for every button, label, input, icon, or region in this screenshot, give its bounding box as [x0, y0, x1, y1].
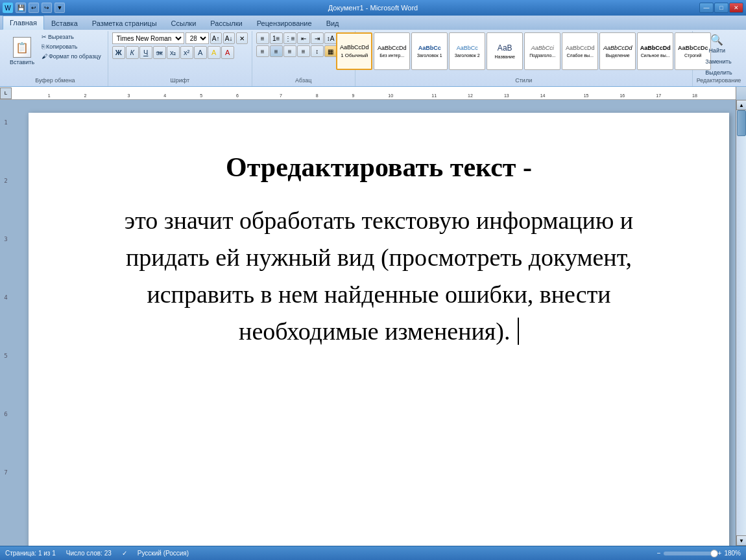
style-strong-emphasis[interactable]: AaBbCcDd Сильное вы...	[637, 32, 673, 70]
font-size-select[interactable]: 28	[186, 32, 209, 44]
style-heading2[interactable]: AaBbCc Заголовок 2	[449, 32, 485, 70]
spell-check-icon: ✓	[122, 550, 127, 557]
justify-button[interactable]: ≡	[297, 45, 310, 57]
font-color-button[interactable]: A	[221, 46, 234, 59]
ruler-tick: 1	[48, 93, 51, 98]
ruler-tick: 4	[163, 93, 166, 98]
line-spacing-button[interactable]: ↕	[311, 45, 324, 57]
ruler-corner[interactable]: L	[0, 88, 12, 99]
ruler-tick: 18	[692, 93, 697, 98]
tab-view[interactable]: Вид	[319, 16, 346, 30]
bullets-button[interactable]: ≡	[256, 32, 269, 44]
increase-indent-button[interactable]: ⇥	[311, 32, 324, 44]
document-area: Отредактировать текст - это значит обраб…	[12, 100, 746, 546]
document-body-text: это значит обработать текстовую информац…	[125, 207, 633, 345]
vertical-scrollbar[interactable]: ▲ ▼	[736, 100, 746, 546]
status-left: Страница: 1 из 1 Число слов: 23 ✓ Русски…	[5, 550, 189, 557]
shrink-font-button[interactable]: A↓	[223, 32, 235, 44]
text-effects-button[interactable]: A	[194, 46, 207, 59]
scroll-down-button[interactable]: ▼	[736, 535, 746, 546]
select-button[interactable]: Выделить	[703, 68, 735, 77]
paste-button[interactable]: 📋 Вставить	[6, 32, 38, 70]
scroll-up-button[interactable]: ▲	[736, 100, 746, 110]
ruler-tick: 3	[128, 93, 130, 98]
maximize-button[interactable]: □	[714, 3, 728, 13]
tab-page-layout[interactable]: Разметка страницы	[85, 16, 164, 30]
tab-mailings[interactable]: Рассылки	[203, 16, 249, 30]
app-icon: W	[3, 3, 13, 13]
quick-redo[interactable]: ↪	[42, 3, 52, 13]
quick-save[interactable]: 💾	[16, 3, 26, 13]
subscript-button[interactable]: х₂	[167, 46, 180, 59]
scroll-thumb[interactable]	[737, 110, 746, 136]
multilevel-list-button[interactable]: ⋮≡	[283, 32, 296, 44]
find-button[interactable]: 🔍 Найти	[703, 32, 731, 55]
ruler-tick: 16	[620, 93, 625, 98]
italic-button[interactable]: К	[126, 46, 139, 59]
tab-home[interactable]: Главная	[3, 16, 44, 30]
margin-num: 5	[4, 353, 7, 359]
bold-button[interactable]: Ж	[112, 46, 125, 59]
window-title: Документ1 - Microsoft Word	[328, 4, 418, 12]
clipboard-group: 📋 Вставить ✂ Вырезать ⎘ Копировать 🖌 Фор…	[3, 31, 108, 86]
editing-group: 🔍 Найти Заменить Выделить Редактирование	[693, 31, 745, 86]
paste-label: Вставить	[10, 59, 34, 65]
style-subtle-emphasis[interactable]: AaBbCcDd Слабое вы...	[562, 32, 598, 70]
style-no-spacing[interactable]: AaBbCcDd Без интер...	[374, 32, 410, 70]
sort-button[interactable]: ↕A	[324, 32, 337, 44]
align-right-button[interactable]: ≡	[283, 45, 296, 57]
quick-dropdown[interactable]: ▼	[54, 3, 65, 13]
zoom-controls: − + 180%	[657, 550, 741, 557]
document-page[interactable]: Отредактировать текст - это значит обраб…	[29, 113, 729, 546]
style-emphasis[interactable]: AaBbCcDd Выделение	[599, 32, 636, 70]
highlight-button[interactable]: A	[208, 46, 221, 59]
editing-label: Редактирование	[697, 77, 741, 85]
format-painter-icon: 🖌	[42, 53, 47, 60]
cut-label: Вырезать	[48, 34, 74, 40]
tab-references[interactable]: Ссылки	[164, 16, 204, 30]
clipboard-small-buttons: ✂ Вырезать ⎘ Копировать 🖌 Формат по обра…	[39, 32, 104, 61]
document-title[interactable]: Отредактировать текст -	[93, 152, 664, 183]
superscript-button[interactable]: х²	[180, 46, 193, 59]
quick-undo[interactable]: ↩	[29, 3, 39, 13]
close-button[interactable]: ✕	[729, 3, 743, 13]
strikethrough-button[interactable]: зк	[153, 46, 166, 59]
copy-button[interactable]: ⎘ Копировать	[39, 42, 104, 51]
font-name-select[interactable]: Times New Roman	[112, 32, 184, 44]
ruler-tick: 6	[236, 93, 239, 98]
document-body[interactable]: это значит обработать текстовую информац…	[93, 202, 664, 350]
minimize-button[interactable]: —	[699, 3, 714, 13]
title-bar: W 💾 ↩ ↪ ▼ Документ1 - Microsoft Word — □…	[0, 0, 746, 16]
zoom-slider[interactable]	[664, 552, 716, 555]
tab-insert[interactable]: Вставка	[44, 16, 85, 30]
ruler-scale: 1 2 3 4 5 6 7 8 9 10 11 12 13 14 15 16 1…	[12, 87, 736, 99]
style-subtitle[interactable]: AaBbCci Подзаголо...	[524, 32, 560, 70]
replace-button[interactable]: Заменить	[703, 57, 734, 66]
zoom-in-button[interactable]: +	[718, 550, 722, 557]
style-heading1[interactable]: AaBbCc Заголовок 1	[411, 32, 448, 70]
grow-font-button[interactable]: A↑	[210, 32, 222, 44]
ruler-tick: 17	[656, 93, 661, 98]
margin-num: 7	[4, 469, 7, 476]
ruler-tick: 8	[316, 93, 319, 98]
underline-button[interactable]: Ч	[139, 46, 152, 59]
align-center-button[interactable]: ≡	[270, 45, 283, 57]
margin-num: 3	[4, 236, 7, 242]
language: Русский (Россия)	[138, 550, 189, 557]
editing-content: 🔍 Найти Заменить Выделить	[703, 32, 735, 77]
clear-format-button[interactable]: ✕	[236, 32, 248, 44]
shading-button[interactable]: ▦	[324, 45, 337, 57]
tab-review[interactable]: Рецензирование	[250, 16, 319, 30]
numbering-button[interactable]: 1≡	[270, 32, 283, 44]
format-painter-button[interactable]: 🖌 Формат по образцу	[39, 52, 104, 61]
decrease-indent-button[interactable]: ⇤	[297, 32, 310, 44]
align-left-button[interactable]: ≡	[256, 45, 269, 57]
style-title[interactable]: АаВ Название	[487, 32, 523, 70]
copy-icon: ⎘	[42, 43, 45, 50]
zoom-out-button[interactable]: −	[657, 550, 661, 557]
style-normal[interactable]: AaBbCcDd 1 Обычный	[336, 32, 372, 70]
scroll-track[interactable]	[736, 110, 746, 535]
cut-button[interactable]: ✂ Вырезать	[39, 32, 104, 41]
format-painter-label: Формат по образцу	[49, 53, 101, 60]
find-label: Найти	[708, 47, 725, 54]
